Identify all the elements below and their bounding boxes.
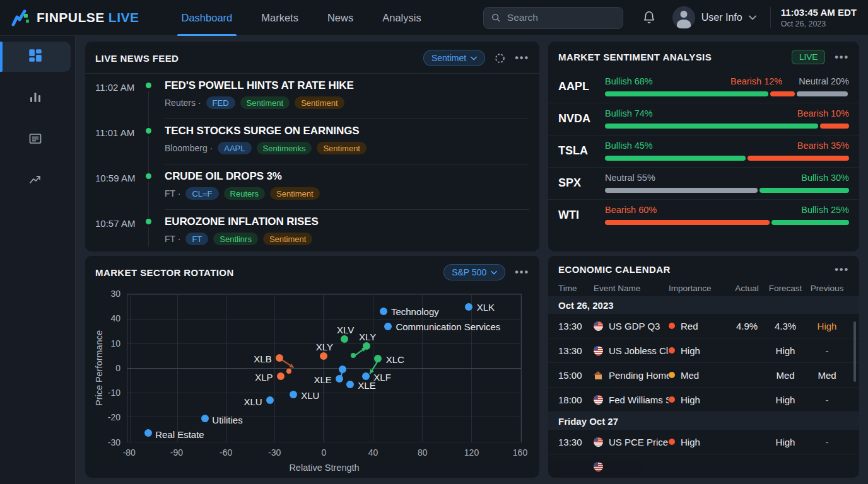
sentiment-labels: Bullish 45%Bearish 35% (605, 141, 849, 151)
news-item[interactable]: 11:01 AMTECH STOCKS SURGE ON EARNINGSBlo… (85, 119, 539, 164)
sentiment-label: Bearish 35% (797, 141, 849, 151)
news-time: 11:02 AM (95, 74, 142, 119)
sentiment-ticker: NVDA (558, 112, 605, 125)
news-tag: Sentiment (270, 187, 320, 200)
news-tag: AAPL (218, 142, 251, 154)
news-tag: Sentiment (317, 142, 367, 154)
news-content: CRUDE OIL DROPS 3%FT ·CL=FReutersSentime… (165, 164, 529, 210)
sidebar-item-bar-chart[interactable] (0, 83, 71, 113)
sidebar-item-trend-line[interactable] (0, 166, 71, 197)
sidebar-item-news-article[interactable] (0, 125, 71, 155)
event-name: US PCE Price Index (609, 437, 669, 447)
news-item[interactable]: 10:57 AMEUROZONE INFLATION RISESFT ·FTSe… (85, 210, 539, 251)
sentiment-labels: Bearish 60%Bullish 25% (605, 205, 849, 215)
clock-time: 11:03:45 AM EDT (781, 7, 857, 18)
news-more-menu-icon[interactable]: ••• (515, 53, 529, 63)
calendar-scrollbar[interactable] (853, 321, 856, 382)
news-timeline (142, 164, 165, 210)
nav-item-dashboard[interactable]: Dashboard (167, 0, 247, 36)
calendar-event-row: 15:00Pending Home SalesMedMedMed (548, 363, 859, 388)
user-menu[interactable]: User Info (672, 6, 756, 29)
panel-economic-calendar: ECONOMIC CALENDAR ••• TimeEvent NameImpo… (548, 256, 859, 478)
scatter-point-label: Real Estate (155, 429, 204, 440)
news-item[interactable]: 11:02 AMFED'S POWELL HINTS AT RATE HIKER… (85, 74, 539, 119)
app-header: FINPULSELIVE DashboardMarketsNewsAnalysi… (0, 0, 868, 36)
calendar-more-menu-icon[interactable]: ••• (835, 265, 849, 275)
event-time: 18:00 (558, 395, 594, 405)
clock: 11:03:45 AM EDT Oct 26, 2023 (770, 7, 857, 28)
event-name-cell: US GDP Q3 (594, 321, 669, 331)
search-box[interactable] (483, 7, 623, 29)
sentiment-more-menu-icon[interactable]: ••• (835, 52, 849, 62)
main-content: LIVE NEWS FEED Sentimet ••• 11:02 AMFED'… (76, 36, 868, 484)
news-meta: FT ·CL=FReutersSentiment (165, 187, 529, 200)
forecast-value: 4.3% (765, 321, 806, 331)
event-name-cell (594, 462, 669, 471)
sidebar-item-dashboard-grid[interactable] (0, 42, 71, 72)
chevron-down-icon (471, 56, 477, 60)
sentiment-detail: Neutral 55%Bullish 30% (605, 173, 849, 193)
news-tag: Sentiment (263, 233, 313, 245)
trail-arrows (127, 294, 522, 443)
news-timeline (142, 119, 165, 164)
refresh-icon[interactable] (495, 53, 505, 64)
calendar-event-row (548, 454, 859, 478)
brand-logo-icon (10, 8, 30, 28)
sentiment-bar-segment (771, 220, 849, 225)
importance-text: Red (681, 321, 698, 331)
news-timeline (142, 210, 165, 251)
event-time: 13:30 (558, 437, 594, 447)
calendar-event-row: 13:30US PCE Price IndexHighHigh- (548, 430, 859, 454)
sentiment-panel-header: MARKET SENTIMENT ANALYSIS LIVE ••• (548, 42, 859, 71)
nav-item-analysis[interactable]: Analysis (368, 0, 435, 36)
brand-name: FINPULSE (37, 10, 105, 25)
y-tick-label: 40 (91, 313, 120, 323)
nav-item-markets[interactable]: Markets (247, 0, 313, 36)
actual-value: 4.9% (729, 321, 765, 331)
scatter-point (362, 372, 370, 380)
avatar (672, 6, 695, 29)
live-badge: LIVE (792, 50, 825, 64)
importance-dot (669, 439, 675, 445)
news-tag: Sentlinrs (213, 233, 258, 245)
notification-bell-icon[interactable] (642, 11, 656, 25)
news-status-dot (146, 219, 151, 224)
user-label: User Info (701, 12, 742, 23)
sidebar (0, 36, 76, 484)
importance-text: High (681, 345, 700, 356)
scatter-point-label: XLY (359, 331, 376, 342)
search-input[interactable] (506, 11, 615, 24)
sentiment-panel-title: MARKET SENTIMENT ANALYSIS (558, 52, 712, 62)
x-axis-title: Relative Strength (127, 463, 522, 473)
sentiment-list: AAPLBullish 68%Bearish 12%Neutral 20%NVD… (548, 71, 859, 231)
importance-text: High (681, 437, 700, 447)
news-item[interactable]: 10:59 AMCRUDE OIL DROPS 3%FT ·CL=FReuter… (85, 164, 539, 210)
scatter-point (384, 323, 392, 330)
y-tick-label: -20 (91, 412, 120, 422)
news-tag: CL=F (185, 187, 218, 200)
y-tick-label: 30 (91, 289, 120, 299)
news-content: TECH STOCKS SURGE ON EARNINGSBloomberg ·… (165, 119, 529, 164)
x-tick-label: 0 (321, 447, 326, 458)
sentiment-detail: Bullish 74%Bearish 10% (605, 108, 849, 129)
x-tick-label: 80 (418, 447, 428, 458)
importance-cell: High (669, 395, 729, 405)
scatter-point (363, 342, 370, 350)
y-tick-label: -10 (91, 388, 120, 398)
calendar-column-header: Event Name (594, 284, 669, 293)
scatter-point-label: XLE (314, 374, 331, 384)
brand-suffix: LIVE (108, 10, 139, 25)
news-tag: FED (206, 96, 235, 109)
news-tag: Sentiment (295, 96, 344, 109)
news-filter-dropdown[interactable]: Sentimet (423, 50, 485, 66)
forecast-value: High (765, 395, 806, 405)
calendar-column-header: Previous (806, 284, 848, 293)
news-tag: Sentimenks (257, 142, 312, 154)
sector-more-menu-icon[interactable]: ••• (515, 267, 529, 277)
trend-line-icon (28, 173, 43, 190)
nav-item-news[interactable]: News (313, 0, 368, 36)
news-source: Bloomberg · (165, 143, 213, 153)
panel-live-news-feed: LIVE NEWS FEED Sentimet ••• 11:02 AMFED'… (85, 42, 539, 251)
main-nav: DashboardMarketsNewsAnalysis (167, 0, 436, 36)
sector-index-dropdown[interactable]: S&P 500 (443, 264, 505, 280)
